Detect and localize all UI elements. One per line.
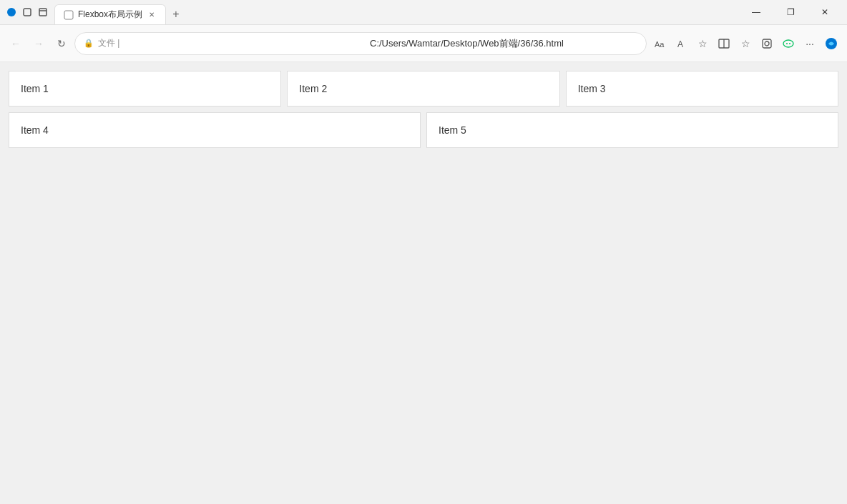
flex-container: Item 1 Item 2 Item 3 Item 4 Item 5 — [9, 71, 838, 148]
active-tab[interactable]: Flexbox布局示例 ✕ — [54, 4, 166, 24]
split-screen-icon[interactable] — [714, 34, 734, 54]
forward-button[interactable]: → — [29, 34, 49, 54]
font-icon[interactable]: A — [671, 34, 691, 54]
item-2-label: Item 2 — [299, 83, 327, 94]
address-bar: ← → ↻ 🔒 文件 | C:/Users/Wamtar/Desktop/Web… — [0, 25, 847, 62]
svg-text:Aa: Aa — [655, 40, 665, 49]
collection-icon — [21, 6, 33, 18]
lock-icon: 🔒 — [84, 39, 94, 48]
list-item: Item 2 — [287, 71, 559, 107]
svg-rect-4 — [64, 11, 73, 19]
tab-close-button[interactable]: ✕ — [147, 10, 157, 20]
tab-bar: Flexbox布局示例 ✕ + — [54, 0, 740, 24]
page-content: Item 1 Item 2 Item 3 Item 4 Item 5 — [0, 62, 847, 504]
svg-rect-2 — [39, 9, 46, 16]
item-1-label: Item 1 — [21, 83, 49, 94]
close-button[interactable]: ✕ — [808, 0, 841, 25]
favorites-icon[interactable]: ☆ — [692, 34, 713, 54]
item-4-label: Item 4 — [21, 124, 49, 136]
svg-point-13 — [789, 43, 790, 44]
item-3-label: Item 3 — [578, 83, 606, 94]
url-text: C:/Users/Wamtar/Desktop/Web前端/36/36.html — [370, 37, 637, 50]
read-aloud-icon[interactable]: Aa — [650, 34, 670, 54]
toolbar-icons: Aa A ☆ ☆ ··· — [650, 34, 841, 54]
tab-favicon — [64, 10, 74, 20]
list-item: Item 5 — [426, 112, 838, 148]
title-bar: Flexbox布局示例 ✕ + — ❐ ✕ — [0, 0, 847, 25]
list-item: Item 4 — [9, 112, 421, 148]
address-input-wrapper[interactable]: 🔒 文件 | C:/Users/Wamtar/Desktop/Web前端/36/… — [74, 32, 647, 55]
svg-text:A: A — [677, 39, 683, 49]
tab-title: Flexbox布局示例 — [78, 9, 142, 21]
flex-row-1: Item 1 Item 2 Item 3 — [9, 71, 838, 107]
back-button[interactable]: ← — [6, 34, 26, 54]
svg-rect-9 — [763, 39, 771, 48]
svg-point-0 — [7, 8, 16, 16]
edge-copilot-icon[interactable] — [821, 34, 841, 54]
security-icon[interactable] — [757, 34, 777, 54]
window-controls: — ❐ ✕ — [740, 0, 841, 25]
url-prefix: 文件 | — [98, 37, 366, 49]
more-options-icon[interactable]: ··· — [800, 34, 820, 54]
svg-rect-1 — [24, 9, 31, 16]
add-favorites-icon[interactable]: ☆ — [735, 34, 755, 54]
minimize-button[interactable]: — — [740, 0, 773, 25]
browser-window: Flexbox布局示例 ✕ + — ❐ ✕ ← → ↻ 🔒 文件 | C:/Us… — [0, 0, 847, 504]
maximize-button[interactable]: ❐ — [774, 0, 807, 25]
list-item: Item 3 — [566, 71, 838, 107]
svg-point-11 — [783, 40, 793, 47]
wechat-icon[interactable] — [778, 34, 798, 54]
refresh-button[interactable]: ↻ — [52, 34, 72, 54]
svg-point-10 — [765, 41, 769, 46]
edge-icon — [6, 6, 17, 18]
window-icon — [37, 6, 49, 18]
svg-point-12 — [786, 43, 788, 44]
new-tab-button[interactable]: + — [166, 4, 186, 24]
title-bar-icons — [6, 6, 49, 18]
item-5-label: Item 5 — [439, 124, 466, 136]
flex-row-2: Item 4 Item 5 — [9, 112, 838, 148]
list-item: Item 1 — [9, 71, 281, 107]
